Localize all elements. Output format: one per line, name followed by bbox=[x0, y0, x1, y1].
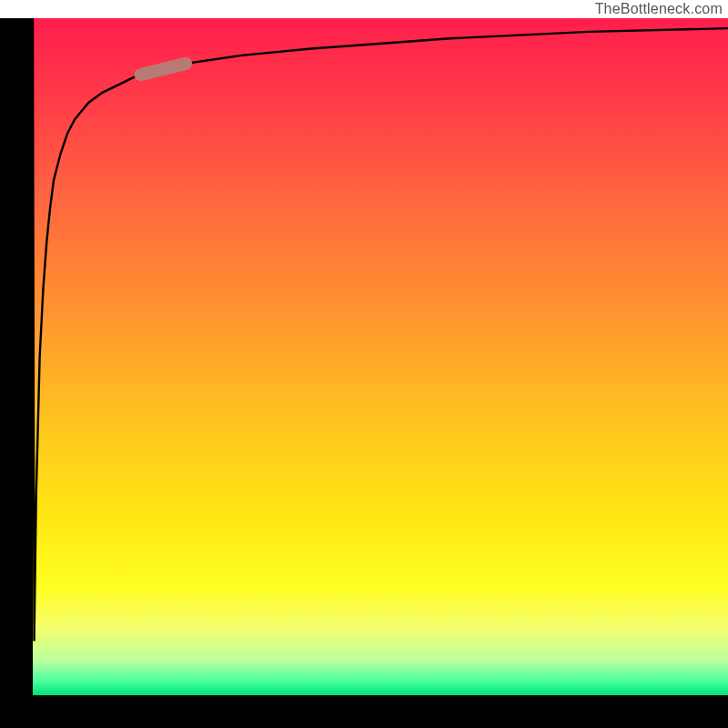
attribution-label: TheBottleneck.com bbox=[595, 0, 723, 18]
x-axis-bar bbox=[0, 695, 728, 728]
y-axis-bar bbox=[0, 18, 33, 710]
plot-area bbox=[33, 18, 728, 695]
curve-path bbox=[33, 18, 728, 641]
curve-layer bbox=[33, 18, 728, 695]
curve-marker bbox=[140, 64, 186, 75]
chart-frame: TheBottleneck.com bbox=[0, 0, 728, 728]
